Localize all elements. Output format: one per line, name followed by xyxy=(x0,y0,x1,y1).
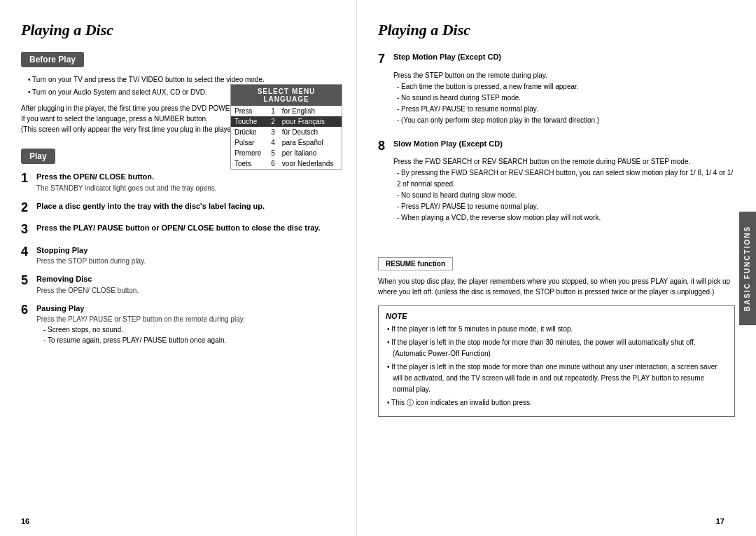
right-8-bullet-2: Press PLAY/ PAUSE to resume normal play. xyxy=(393,201,735,212)
lang-num-0: 1 xyxy=(267,106,279,116)
lang-label-3: Pulsar xyxy=(231,137,267,148)
basic-functions-line2: FUNCTIONS xyxy=(743,225,751,278)
right-8-bullet-1: No sound is heard during slow mode. xyxy=(393,190,735,201)
item-5-content: Removing Disc Press the OPEN/ CLOSE butt… xyxy=(36,273,335,296)
lang-num-4: 5 xyxy=(267,148,279,158)
lang-label-0: Press xyxy=(231,106,267,116)
lang-name-4: per Italiano xyxy=(279,148,342,158)
play-item-3: 3 Press the PLAY/ PAUSE button or OPEN/ … xyxy=(21,222,335,238)
lang-row-0: Press 1 for English xyxy=(231,106,342,116)
item-1-sub: The STANDBY indicator light goes out and… xyxy=(36,183,335,193)
lang-label-1: Touche xyxy=(231,116,267,127)
item-4-content: Stopping Play Press the STOP button duri… xyxy=(36,245,335,267)
menu-language-title: SELECT MENU LANGUAGE xyxy=(231,85,342,106)
before-play-section: Before Play Turn on your TV and press th… xyxy=(21,52,335,135)
note-item-1: If the player is left in the stop mode f… xyxy=(386,337,727,359)
item-3-main: Press the PLAY/ PAUSE button or OPEN/ CL… xyxy=(36,222,335,234)
play-item-5: 5 Removing Disc Press the OPEN/ CLOSE bu… xyxy=(21,273,335,296)
num-3: 3 xyxy=(21,222,36,238)
lang-row-4: Premere 5 per Italiano xyxy=(231,148,342,158)
note-box: NOTE If the player is left for 5 minutes… xyxy=(378,305,735,417)
note-items: If the player is left for 5 minutes in p… xyxy=(386,324,727,408)
item-3-content: Press the PLAY/ PAUSE button or OPEN/ CL… xyxy=(36,222,335,234)
num-4: 4 xyxy=(21,245,36,260)
num-5: 5 xyxy=(21,273,36,289)
lang-name-5: voor Nederlands xyxy=(279,158,342,169)
item-2-main: Place a disc gently into the tray with t… xyxy=(36,200,335,212)
right-body-7: Press the STEP button on the remote duri… xyxy=(378,70,735,126)
lang-name-0: for English xyxy=(279,106,342,116)
item-1-content: Press the OPEN/ CLOSE button. The STANDB… xyxy=(36,171,335,193)
item-4-main: Stopping Play xyxy=(36,245,335,256)
item-1-main: Press the OPEN/ CLOSE button. xyxy=(36,171,335,183)
lang-num-1: 2 xyxy=(267,116,279,127)
item-6-bullet-1: Screen stops, no sound. xyxy=(36,324,335,335)
right-8-bullet-0: By pressing the FWD SEARCH or REV SEARCH… xyxy=(393,167,735,190)
item-5-sub: Press the OPEN/ CLOSE button. xyxy=(36,285,335,296)
resume-text: When you stop disc play, the player reme… xyxy=(378,276,735,297)
right-7-bullet-2: Press PLAY/ PAUSE to resume normal play. xyxy=(393,104,735,115)
num-2: 2 xyxy=(21,200,36,216)
right-item-7: 7 Step Motion Play (Except CD) Press the… xyxy=(378,52,735,126)
right-body-8: Press the FWD SEARCH or REV SEARCH butto… xyxy=(378,156,735,224)
item-6-main: Pausing Play xyxy=(36,303,335,315)
lang-row-5: Toets 6 voor Nederlands xyxy=(231,158,342,169)
right-8-bullet-3: When playing a VCD, the reverse slow mot… xyxy=(393,212,735,224)
lang-num-5: 6 xyxy=(267,158,279,169)
lang-name-1: pour Français xyxy=(279,116,342,127)
right-7-bullet-1: No sound is heard during STEP mode. xyxy=(393,92,735,104)
lang-label-2: Drücke xyxy=(231,127,267,137)
play-section: Play 1 Press the OPEN/ CLOSE button. The… xyxy=(21,149,335,345)
right-7-bullet-3: (You can only perform step motion play i… xyxy=(393,115,735,126)
right-item-8: 8 Slow Motion Play (Except CD) Press the… xyxy=(378,139,735,224)
item-6-content: Pausing Play Press the PLAY/ PAUSE or ST… xyxy=(36,303,335,346)
right-7-bullet-0: Each time the button is pressed, a new f… xyxy=(393,81,735,92)
right-num-7: 7 xyxy=(378,52,393,67)
menu-language-box: SELECT MENU LANGUAGE Press 1 for English… xyxy=(230,84,342,170)
basic-functions-line1: BASIC xyxy=(743,282,751,311)
lang-name-3: para Español xyxy=(279,137,342,148)
right-body-8-text: Press the FWD SEARCH or REV SEARCH butto… xyxy=(393,156,735,167)
play-header: Play xyxy=(21,149,55,164)
item-6-sub: Press the PLAY/ PAUSE or STEP button on … xyxy=(36,314,335,324)
lang-row-2: Drücke 3 für Deutsch xyxy=(231,127,342,137)
right-num-8: 8 xyxy=(378,139,393,154)
right-title-8: Slow Motion Play (Except CD) xyxy=(393,139,503,149)
page-container: Playing a Disc Before Play Turn on your … xyxy=(0,0,756,536)
play-item-4: 4 Stopping Play Press the STOP button du… xyxy=(21,245,335,267)
resume-header: RESUME function xyxy=(378,257,453,270)
lang-label-5: Toets xyxy=(231,158,267,169)
basic-functions-tab: BASIC FUNCTIONS xyxy=(739,211,756,324)
left-page-title: Playing a Disc xyxy=(21,21,335,39)
lang-row-1: Touche 2 pour Français xyxy=(231,116,342,127)
right-page-title: Playing a Disc xyxy=(378,21,735,39)
note-item-0: If the player is left for 5 minutes in p… xyxy=(386,324,727,335)
right-item-7-header: 7 Step Motion Play (Except CD) xyxy=(378,52,735,67)
play-item-1: 1 Press the OPEN/ CLOSE button. The STAN… xyxy=(21,171,335,193)
item-4-sub: Press the STOP button during play. xyxy=(36,256,335,266)
item-6-bullet-2: To resume again, press PLAY/ PAUSE butto… xyxy=(36,335,335,345)
play-item-6: 6 Pausing Play Press the PLAY/ PAUSE or … xyxy=(21,303,335,346)
menu-language-table: Press 1 for English Touche 2 pour França… xyxy=(231,106,342,169)
resume-section: RESUME function When you stop disc play,… xyxy=(378,236,735,297)
play-item-2: 2 Place a disc gently into the tray with… xyxy=(21,200,335,216)
num-6: 6 xyxy=(21,303,36,318)
num-1: 1 xyxy=(21,171,36,186)
note-item-2: If the player is left in the stop mode f… xyxy=(386,362,727,395)
lang-num-2: 3 xyxy=(267,127,279,137)
lang-name-2: für Deutsch xyxy=(279,127,342,137)
right-page-num: 17 xyxy=(716,517,724,525)
note-title: NOTE xyxy=(386,312,727,320)
left-page: Playing a Disc Before Play Turn on your … xyxy=(0,0,357,536)
item-5-main: Removing Disc xyxy=(36,273,335,285)
note-item-3: This ⓘ icon indicates an invalid button … xyxy=(386,397,727,408)
item-2-content: Place a disc gently into the tray with t… xyxy=(36,200,335,212)
before-play-header: Before Play xyxy=(21,52,84,67)
right-page: Playing a Disc 7 Step Motion Play (Excep… xyxy=(357,0,756,536)
right-title-7: Step Motion Play (Except CD) xyxy=(393,52,501,62)
left-page-num: 16 xyxy=(21,517,29,525)
right-item-8-header: 8 Slow Motion Play (Except CD) xyxy=(378,139,735,154)
lang-num-3: 4 xyxy=(267,137,279,148)
before-play-bullet-1: Turn on your TV and press the TV/ VIDEO … xyxy=(28,74,335,85)
right-body-7-text: Press the STEP button on the remote duri… xyxy=(393,70,735,81)
